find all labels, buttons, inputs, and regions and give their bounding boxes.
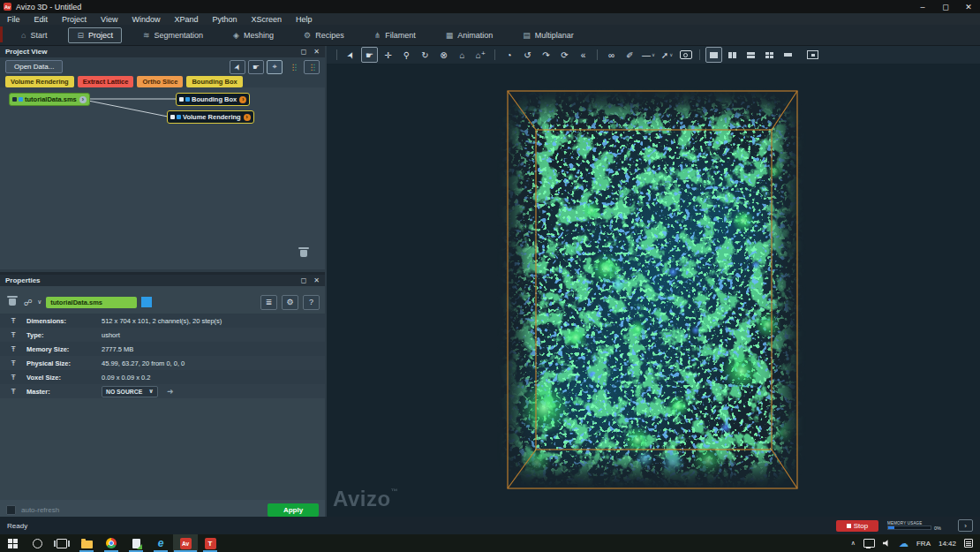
minimize-button[interactable]: –: [911, 3, 934, 11]
layout-two-columns-icon[interactable]: [724, 47, 741, 63]
layout-single-view-icon[interactable]: [705, 47, 722, 63]
task-view-icon[interactable]: [49, 534, 74, 552]
menu-xpand[interactable]: XPand: [167, 15, 205, 24]
connect-arrow-icon[interactable]: ➜: [167, 387, 174, 396]
previous-view-icon[interactable]: «: [575, 47, 592, 63]
chrome-icon[interactable]: [99, 534, 124, 552]
pin-icon[interactable]: Ŧ: [0, 330, 26, 339]
collapse-chevron-icon[interactable]: ∨: [37, 299, 41, 306]
menu-python[interactable]: Python: [205, 15, 244, 24]
cortana-search-icon[interactable]: [25, 534, 49, 552]
network-icon[interactable]: [863, 539, 875, 548]
rotate-right-icon[interactable]: ↷: [538, 47, 554, 63]
probe-tool-icon[interactable]: ✐: [622, 47, 638, 63]
rotate-left-icon[interactable]: ↺: [519, 47, 536, 63]
pin-icon[interactable]: Ŧ: [0, 344, 26, 353]
apply-button[interactable]: Apply: [268, 503, 319, 517]
menu-project[interactable]: Project: [55, 15, 94, 24]
snapshot-camera-icon[interactable]: [677, 47, 694, 63]
tray-expand-icon[interactable]: ∧: [851, 540, 856, 547]
viewer-toggle-icon[interactable]: [185, 97, 190, 102]
help-icon[interactable]: ?: [303, 295, 320, 310]
quick-bounding-box-button[interactable]: Bounding Box: [186, 76, 242, 87]
interact-tool-icon[interactable]: ⌖: [267, 60, 283, 74]
set-home-view-icon[interactable]: ⌂⁺: [472, 47, 489, 63]
internet-explorer-icon[interactable]: e: [148, 534, 173, 552]
menu-view[interactable]: View: [94, 15, 124, 24]
menu-edit[interactable]: Edit: [27, 15, 56, 24]
notes-app-icon[interactable]: [124, 534, 148, 552]
avizo-taskbar-icon[interactable]: Av: [173, 534, 198, 552]
link-icon[interactable]: ☍: [24, 298, 33, 307]
tab-multiplanar[interactable]: ▤Multiplanar: [514, 27, 583, 43]
onedrive-cloud-icon[interactable]: ☁: [899, 538, 908, 549]
node-graph-canvas[interactable]: tutorialData.sms › Bounding Box › Volume…: [0, 87, 325, 269]
data-node-tutorialdata[interactable]: tutorialData.sms ›: [9, 93, 90, 106]
zoom-tool-icon[interactable]: ⚲: [398, 47, 415, 63]
tab-start[interactable]: ⌂Start: [12, 27, 56, 43]
hand-tool-icon[interactable]: ☛: [248, 60, 264, 74]
pool-trash-icon[interactable]: [297, 246, 311, 261]
volume-rendering-scene[interactable]: [327, 64, 980, 517]
node-expand-icon[interactable]: ›: [79, 96, 87, 103]
float-panel-icon[interactable]: ◻: [301, 276, 307, 284]
seek-tool-icon[interactable]: ⊗: [435, 47, 452, 63]
stop-button[interactable]: Stop: [836, 520, 878, 532]
pool-list-view-icon[interactable]: ⋮: [304, 60, 320, 74]
layout-four-views-icon[interactable]: [761, 47, 778, 63]
measure-tool-icon[interactable]: ―∨: [640, 47, 657, 63]
tab-recipes[interactable]: ⚙Recipes: [295, 27, 353, 43]
module-name-field[interactable]: tutorialData.sms: [46, 297, 137, 308]
open-data-button[interactable]: Open Data...: [5, 60, 63, 73]
rotate-tool-icon[interactable]: ↻: [417, 47, 433, 63]
home-view-icon[interactable]: ⌂: [454, 47, 471, 63]
action-center-icon[interactable]: [964, 539, 973, 548]
close-panel-icon[interactable]: ✕: [313, 48, 320, 56]
float-panel-icon[interactable]: ◻: [301, 48, 307, 56]
menu-file[interactable]: File: [0, 15, 27, 24]
node-expand-icon[interactable]: ›: [244, 114, 251, 121]
master-source-dropdown[interactable]: NO SOURCE ∨: [102, 386, 158, 397]
tab-segmentation[interactable]: ≋Segmentation: [134, 27, 212, 43]
delete-module-icon[interactable]: [5, 295, 19, 309]
select-tool-icon[interactable]: ➤: [343, 47, 359, 63]
quick-extract-lattice-button[interactable]: Extract Lattice: [78, 76, 134, 87]
tab-filament[interactable]: ⋔Filament: [366, 27, 425, 43]
pointer-tool-icon[interactable]: ➤: [230, 60, 245, 74]
speaker-icon[interactable]: [883, 540, 891, 548]
layout-two-rows-icon[interactable]: [743, 47, 759, 63]
t-app-icon[interactable]: T: [198, 534, 222, 552]
settings-gear-icon[interactable]: ⚙: [282, 295, 298, 310]
tab-project[interactable]: ⊟Project: [68, 27, 122, 43]
annotate-tool-icon[interactable]: ➚∨: [659, 47, 675, 63]
colormap-swatch[interactable]: [141, 297, 152, 307]
view-all-icon[interactable]: ◔: [501, 47, 517, 63]
menu-help[interactable]: Help: [289, 15, 320, 24]
translate-tool-icon[interactable]: ✛: [380, 47, 396, 63]
tab-meshing[interactable]: ◈Meshing: [224, 27, 283, 43]
viewer-toggle-icon[interactable]: [177, 115, 181, 119]
module-node-bounding-box[interactable]: Bounding Box ›: [176, 93, 250, 106]
maximize-button[interactable]: ◻: [934, 3, 957, 11]
trackball-tool-icon[interactable]: ☛: [361, 47, 378, 63]
menu-window[interactable]: Window: [124, 15, 167, 24]
layout-wide-view-icon[interactable]: [780, 47, 796, 63]
console-icon[interactable]: ›: [958, 519, 973, 532]
quick-volume-rendering-button[interactable]: Volume Rendering: [5, 76, 74, 87]
close-button[interactable]: ✕: [957, 3, 980, 11]
file-explorer-icon[interactable]: [74, 534, 99, 552]
port-list-icon[interactable]: ≣: [260, 295, 277, 310]
auto-refresh-checkbox[interactable]: [6, 505, 16, 515]
close-panel-icon[interactable]: ✕: [313, 276, 320, 284]
module-node-volume-rendering[interactable]: Volume Rendering ›: [167, 110, 254, 124]
menu-xscreen[interactable]: XScreen: [244, 15, 289, 24]
pin-icon[interactable]: Ŧ: [0, 359, 26, 367]
quick-ortho-slice-button[interactable]: Ortho Slice: [137, 76, 183, 87]
language-indicator[interactable]: FRA: [916, 540, 931, 548]
visibility-toggle-icon[interactable]: [179, 97, 184, 102]
visibility-toggle-icon[interactable]: [170, 115, 175, 119]
pin-icon[interactable]: Ŧ: [0, 387, 26, 396]
pin-icon[interactable]: Ŧ: [0, 373, 26, 382]
stereo-glasses-icon[interactable]: ∞: [603, 47, 620, 63]
node-expand-icon[interactable]: ›: [239, 96, 246, 103]
